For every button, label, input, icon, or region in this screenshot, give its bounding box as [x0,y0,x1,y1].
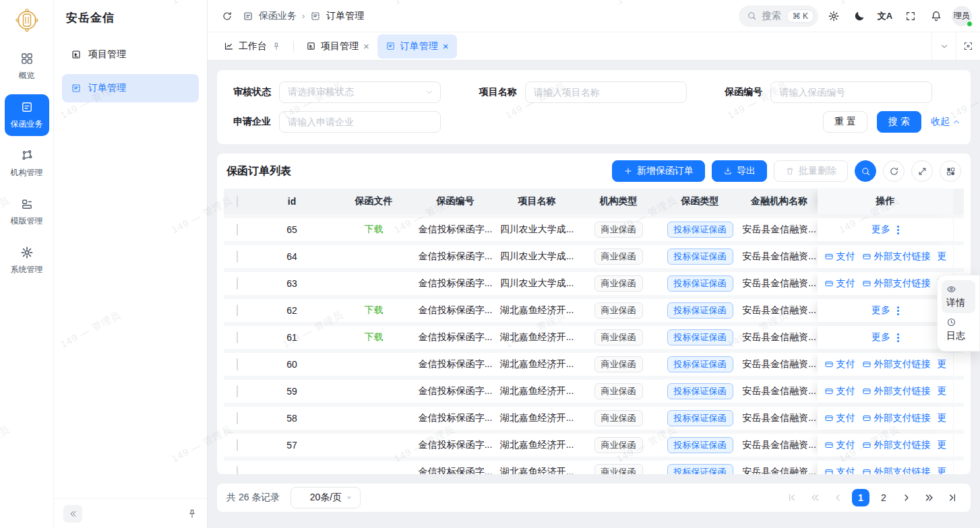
add-order-button[interactable]: 新增保函订单 [612,160,705,182]
page-2-button[interactable]: 2 [875,489,892,506]
row-checkbox[interactable] [237,304,238,317]
search-button[interactable]: 搜 索 [877,111,921,133]
last-page-button[interactable] [944,489,961,506]
more-truncated-link[interactable]: 更 [938,251,947,263]
settings-button[interactable] [824,6,844,26]
rail-item-org-management[interactable]: 机构管理 [5,143,49,185]
column-settings-button[interactable] [940,160,961,182]
table-search-button[interactable] [855,160,876,182]
rail-item-system-management[interactable]: 系统管理 [5,240,49,282]
pay-link[interactable]: 支付 [824,466,855,474]
external-pay-link[interactable]: 外部支付链接 [862,439,931,451]
close-icon[interactable]: × [443,41,449,51]
notifications-button[interactable] [926,6,946,26]
external-pay-link[interactable]: 外部支付链接 [862,358,931,370]
applicant-input[interactable] [288,117,421,127]
pay-link[interactable]: 支付 [824,439,855,451]
dark-mode-toggle[interactable] [849,6,869,26]
project-name-input[interactable] [534,87,667,98]
document-icon [20,100,34,114]
page-size-select[interactable]: 20条/页 [290,487,361,508]
more-truncated-link[interactable]: 更 [938,412,947,424]
popup-item-log[interactable]: 日志 [942,313,975,346]
external-pay-link[interactable]: 外部支付链接 [862,412,931,424]
row-checkbox[interactable] [237,385,238,397]
row-checkbox[interactable] [237,251,238,263]
tab-order-management[interactable]: 订单管理 × [377,34,457,59]
more-truncated-link[interactable]: 更 [938,358,947,370]
more-dots-icon[interactable] [897,306,899,315]
user-avatar[interactable]: 理员 [952,6,972,26]
content-maximize-button[interactable] [956,32,980,60]
download-link[interactable]: 下载 [365,331,384,342]
tab-list-dropdown-button[interactable] [931,32,956,60]
pin-icon[interactable] [187,508,197,519]
sidebar-item-project-management[interactable]: 项目管理 [62,40,199,69]
sidebar-collapse-button[interactable] [63,505,82,523]
more-actions-link[interactable]: 更多 [871,331,890,343]
cell-org-type: 商业保函 [578,275,659,292]
rail-item-template-management[interactable]: 模版管理 [5,191,49,233]
close-icon[interactable]: × [363,41,369,51]
row-checkbox[interactable] [237,466,238,474]
more-dots-icon[interactable] [897,226,899,234]
tab-project-management[interactable]: 项目管理 × [298,34,377,59]
pay-link[interactable]: 支付 [824,385,855,397]
more-truncated-link[interactable]: 更 [938,385,947,397]
pay-link[interactable]: 支付 [824,277,855,290]
refresh-page-button[interactable] [217,6,237,26]
row-checkbox[interactable] [237,439,238,451]
pin-icon[interactable] [272,42,281,51]
rail-item-overview[interactable]: 概览 [5,46,49,88]
sidebar-item-label: 项目管理 [88,48,126,61]
fullscreen-button[interactable] [900,6,921,26]
more-dots-icon[interactable] [897,333,899,342]
rail-item-guarantee-business[interactable]: 保函业务 [5,94,49,136]
more-actions-link[interactable]: 更多 [871,224,890,236]
download-link[interactable]: 下载 [365,224,384,234]
next-5-pages-button[interactable] [921,489,938,506]
table-fullscreen-button[interactable] [911,160,933,182]
guarantee-no-input-wrap [770,81,932,103]
more-truncated-link[interactable]: 更 [938,466,947,474]
audit-status-select[interactable]: 请选择审核状态 [279,81,441,103]
row-checkbox[interactable] [237,358,238,370]
external-pay-link[interactable]: 外部支付链接 [862,251,931,263]
row-checkbox[interactable] [237,412,238,424]
select-all-checkbox[interactable] [237,195,238,207]
language-switcher[interactable]: 文A [875,6,895,26]
collapse-filter-link[interactable]: 收起 [931,116,961,128]
row-checkbox[interactable] [237,224,238,236]
prev-page-button[interactable] [829,489,847,506]
sidebar-item-order-management[interactable]: 订单管理 [62,74,199,102]
pay-link[interactable]: 支付 [824,358,855,370]
global-search[interactable]: 搜索 ⌘ K [739,5,818,27]
breadcrumb-item[interactable]: 保函业务 [259,10,297,22]
tab-workbench[interactable]: 工作台 [216,34,289,59]
batch-delete-button[interactable]: 批量删除 [774,160,848,182]
popup-item-detail[interactable]: 详情 [942,280,975,313]
org-type-tag: 商业保函 [594,275,643,292]
first-page-button[interactable] [783,489,801,506]
guarantee-no-input[interactable] [779,87,913,98]
download-link[interactable]: 下载 [365,304,384,315]
more-truncated-link[interactable]: 更 [938,439,947,451]
export-button[interactable]: 导出 [712,160,767,182]
next-page-button[interactable] [898,489,915,506]
row-checkbox[interactable] [237,331,238,343]
table-refresh-button[interactable] [883,160,905,182]
cell-guarantee-type: 投标保证保函 [659,249,741,265]
pay-link[interactable]: 支付 [824,251,855,263]
col-id: id [251,196,333,207]
more-actions-link[interactable]: 更多 [871,304,890,317]
external-pay-link[interactable]: 外部支付链接 [862,385,931,397]
prev-5-pages-button[interactable] [806,489,824,506]
row-checkbox[interactable] [237,277,238,290]
page-1-button[interactable]: 1 [852,489,869,506]
pay-link[interactable]: 支付 [824,412,855,424]
external-pay-label: 外部支付链接 [874,385,931,397]
external-pay-link[interactable]: 外部支付链接 [862,277,931,290]
external-pay-link[interactable]: 外部支付链接 [862,466,931,474]
cell-guarantee-no: 金信投标保函字... [415,439,496,451]
reset-button[interactable]: 重 置 [823,111,867,133]
